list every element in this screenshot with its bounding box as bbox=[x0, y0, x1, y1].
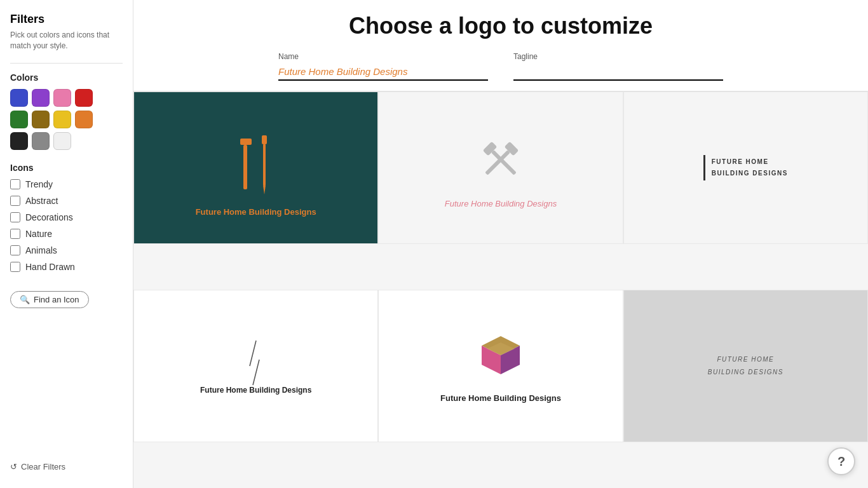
checkbox-hand-drawn[interactable] bbox=[10, 262, 20, 272]
name-tagline-row: Name Tagline bbox=[278, 52, 723, 81]
checkbox-animals[interactable] bbox=[10, 245, 20, 255]
crossed-tools-svg-icon bbox=[463, 128, 539, 191]
svg-rect-0 bbox=[240, 139, 252, 145]
tagline-label: Tagline bbox=[513, 52, 723, 61]
slash-svg-icon bbox=[237, 337, 275, 388]
icon-label-hand-drawn: Hand Drawn bbox=[25, 262, 75, 272]
icon-category-nature[interactable]: Nature bbox=[10, 229, 123, 239]
logo-card-4[interactable]: Future Home Building Designs bbox=[133, 290, 378, 442]
logo2-company-name: Future Home Building Designs bbox=[445, 199, 557, 208]
icon-label-decorations: Decorations bbox=[25, 212, 73, 222]
logo4-content: Future Home Building Designs bbox=[200, 337, 311, 395]
icon-category-animals[interactable]: Animals bbox=[10, 245, 123, 255]
color-swatch-pink[interactable] bbox=[53, 89, 71, 107]
icon-category-decorations[interactable]: Decorations bbox=[10, 212, 123, 222]
svg-rect-2 bbox=[262, 135, 267, 144]
clear-filters-button[interactable]: ↺ Clear Filters bbox=[10, 458, 123, 475]
icon-label-abstract: Abstract bbox=[25, 196, 58, 206]
color-grid bbox=[10, 89, 123, 150]
icon-category-hand-drawn[interactable]: Hand Drawn bbox=[10, 262, 123, 272]
sidebar: Filters Pick out colors and icons that m… bbox=[0, 0, 133, 488]
icon-category-trendy[interactable]: Trendy bbox=[10, 179, 123, 189]
logo1-content: Future Home Building Designs bbox=[196, 119, 316, 217]
logo-card-1[interactable]: Future Home Building Designs bbox=[133, 92, 378, 244]
icon-category-abstract[interactable]: Abstract bbox=[10, 196, 123, 206]
logo6-content: Future HomeBuilding Designs bbox=[708, 353, 783, 379]
logo2-content: Future Home Building Designs bbox=[445, 128, 557, 208]
main-content: Choose a logo to customize Name Tagline bbox=[133, 0, 868, 488]
tagline-input[interactable] bbox=[513, 64, 723, 81]
checkbox-trendy[interactable] bbox=[10, 179, 20, 189]
tagline-input-group: Tagline bbox=[513, 52, 723, 81]
icons-label: Icons bbox=[10, 163, 123, 173]
checkbox-decorations[interactable] bbox=[10, 212, 20, 222]
checkbox-abstract[interactable] bbox=[10, 196, 20, 206]
help-button[interactable]: ? bbox=[827, 447, 855, 475]
name-input[interactable] bbox=[278, 64, 488, 81]
svg-rect-3 bbox=[263, 144, 266, 186]
color-swatch-purple[interactable] bbox=[32, 89, 50, 107]
icon-label-trendy: Trendy bbox=[25, 179, 53, 189]
cube-svg-icon bbox=[469, 330, 532, 387]
color-swatch-black[interactable] bbox=[10, 132, 28, 150]
svg-rect-1 bbox=[243, 145, 247, 189]
sidebar-subtitle: Pick out colors and icons that match you… bbox=[10, 30, 123, 51]
name-label: Name bbox=[278, 52, 488, 61]
logo3-company-name: Future HomeBuilding Designs bbox=[712, 156, 788, 179]
svg-line-10 bbox=[253, 360, 259, 385]
color-swatch-yellow[interactable] bbox=[53, 111, 71, 128]
svg-marker-4 bbox=[263, 186, 266, 194]
clear-filters-label: Clear Filters bbox=[21, 462, 65, 471]
name-input-group: Name bbox=[278, 52, 488, 81]
find-icon-label: Find an Icon bbox=[34, 295, 79, 304]
color-swatch-red[interactable] bbox=[75, 89, 93, 107]
logo-card-3[interactable]: Future HomeBuilding Designs bbox=[623, 92, 868, 244]
logo-card-5[interactable]: Future Home Building Designs bbox=[378, 290, 623, 442]
logo-card-6[interactable]: Future HomeBuilding Designs bbox=[623, 290, 868, 442]
header: Choose a logo to customize Name Tagline bbox=[133, 0, 868, 92]
logo3-content: Future HomeBuilding Designs bbox=[703, 155, 788, 180]
color-swatch-gray[interactable] bbox=[32, 132, 50, 150]
color-swatch-white[interactable] bbox=[53, 132, 71, 150]
logo5-content: Future Home Building Designs bbox=[440, 330, 561, 403]
color-swatch-orange[interactable] bbox=[75, 111, 93, 128]
logo5-company-name: Future Home Building Designs bbox=[440, 393, 561, 403]
colors-label: Colors bbox=[10, 72, 123, 83]
sidebar-title: Filters bbox=[10, 13, 123, 26]
color-swatch-green[interactable] bbox=[10, 111, 28, 128]
icon-label-animals: Animals bbox=[25, 245, 57, 255]
svg-line-9 bbox=[250, 341, 256, 366]
icon-label-nature: Nature bbox=[25, 229, 52, 239]
refresh-icon: ↺ bbox=[10, 462, 17, 471]
logo1-company-name: Future Home Building Designs bbox=[196, 207, 316, 217]
color-swatch-blue[interactable] bbox=[10, 89, 28, 107]
find-icon-button[interactable]: 🔍 Find an Icon bbox=[10, 291, 89, 308]
search-icon: 🔍 bbox=[20, 295, 30, 304]
logo6-company-name: Future HomeBuilding Designs bbox=[708, 353, 783, 379]
tools-svg-icon bbox=[221, 119, 291, 202]
logo3-bar bbox=[703, 155, 705, 180]
logo-grid: Future Home Building Designs bbox=[133, 92, 868, 488]
logo4-company-name: Future Home Building Designs bbox=[200, 386, 311, 395]
icons-section: Trendy Abstract Decorations Nature Anima… bbox=[10, 179, 123, 278]
color-swatch-olive[interactable] bbox=[32, 111, 50, 128]
checkbox-nature[interactable] bbox=[10, 229, 20, 239]
page-title: Choose a logo to customize bbox=[159, 13, 843, 39]
logo-card-2[interactable]: Future Home Building Designs bbox=[378, 92, 623, 244]
